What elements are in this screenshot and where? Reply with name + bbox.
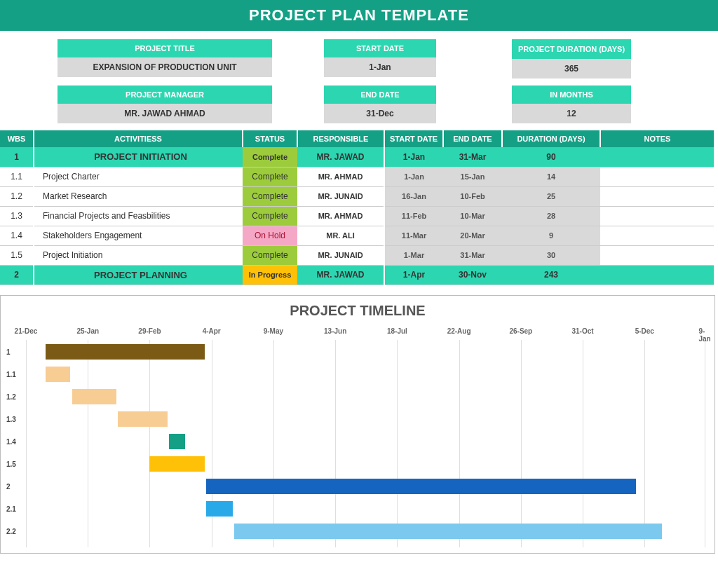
cell-status: Complete (243, 245, 297, 265)
timeline-title: PROJECT TIMELINE (2, 303, 713, 319)
cell-duration: 90 (502, 147, 600, 167)
timeline-bar (46, 344, 205, 360)
cell-responsible: MR. AHMAD (297, 167, 384, 186)
timeline-bar (118, 411, 168, 427)
timeline-gridline (644, 340, 645, 547)
cell-start: 1-Apr (384, 265, 443, 285)
page-title: PROJECT PLAN TEMPLATE (0, 0, 718, 31)
label-duration-days: PROJECT DURATION (DAYS) (512, 39, 631, 59)
value-project-manager: MR. JAWAD AHMAD (57, 104, 272, 123)
timeline-date-tick: 9-May (264, 327, 283, 335)
timeline-bar (169, 434, 185, 449)
cell-duration: 28 (502, 206, 600, 226)
timeline-gridline (273, 340, 274, 547)
timeline-date-tick: 21-Dec (15, 327, 38, 335)
timeline-gridline (521, 340, 522, 547)
value-project-title: EXPANSION OF PRODUCTION UNIT (57, 57, 272, 77)
cell-responsible: MR. JUNAID (297, 245, 384, 265)
value-in-months: 12 (512, 104, 631, 123)
cell-notes (600, 226, 714, 245)
timeline-row-label: 1.5 (6, 460, 16, 467)
cell-wbs: 1.5 (0, 245, 34, 265)
cell-end: 15-Jan (443, 167, 502, 186)
cell-responsible: MR. AHMAD (297, 206, 384, 226)
label-start-date: START DATE (324, 39, 436, 57)
cell-activity: Financial Projects and Feasbilities (34, 206, 243, 226)
cell-end: 31-Mar (443, 147, 502, 167)
cell-activity: PROJECT PLANNING (34, 265, 243, 285)
cell-wbs: 1.3 (0, 206, 34, 226)
timeline-row-label: 1.2 (6, 392, 16, 400)
table-row: 1.3Financial Projects and FeasbilitiesCo… (0, 206, 714, 226)
cell-end: 20-Mar (443, 226, 502, 245)
cell-end: 31-Mar (443, 245, 502, 265)
cell-activity: Market Research (34, 186, 243, 206)
timeline-bar (72, 389, 116, 404)
cell-notes (600, 186, 714, 206)
col-duration: DURATION (DAYS) (502, 130, 600, 147)
cell-status: Complete (243, 206, 297, 226)
cell-start: 1-Jan (384, 147, 443, 167)
timeline-gridline (459, 340, 460, 547)
timeline-bar (206, 479, 636, 494)
project-meta: PROJECT TITLE EXPANSION OF PRODUCTION UN… (0, 31, 718, 123)
cell-status: Complete (243, 147, 297, 167)
table-row: 1.1Project CharterCompleteMR. AHMAD1-Jan… (0, 167, 714, 186)
cell-duration: 14 (502, 167, 600, 186)
cell-responsible: MR. JUNAID (297, 186, 384, 206)
label-in-months: IN MONTHS (512, 86, 631, 104)
activities-table: WBS ACTIVITIESS STATUS RESPONSIBLE START… (0, 130, 714, 285)
cell-notes (600, 245, 714, 265)
timeline-date-tick: 13-Jun (324, 327, 346, 335)
cell-activity: Project Charter (34, 167, 243, 186)
timeline-row-label: 1 (6, 348, 11, 355)
cell-start: 16-Jan (384, 186, 443, 206)
cell-start: 1-Jan (384, 167, 443, 186)
cell-duration: 9 (502, 226, 600, 245)
table-row: 1PROJECT INITIATIONCompleteMR. JAWAD1-Ja… (0, 147, 714, 167)
cell-wbs: 1.2 (0, 186, 34, 206)
timeline-bar (46, 367, 70, 382)
cell-notes (600, 206, 714, 226)
timeline-gridline (397, 340, 398, 547)
cell-duration: 25 (502, 186, 600, 206)
timeline-date-tick: 22-Aug (447, 327, 471, 335)
cell-notes (600, 167, 714, 186)
timeline-bar (149, 456, 204, 472)
cell-wbs: 1.4 (0, 226, 34, 245)
cell-status: In Progress (243, 265, 297, 285)
col-end-date: END DATE (443, 130, 502, 147)
value-end-date: 31-Dec (324, 104, 436, 123)
label-end-date: END DATE (324, 86, 436, 104)
timeline-date-tick: 25-Jan (76, 327, 99, 335)
cell-responsible: MR. JAWAD (297, 265, 384, 285)
cell-wbs: 2 (0, 265, 34, 285)
col-wbs: WBS (0, 130, 34, 147)
cell-start: 1-Mar (384, 245, 443, 265)
timeline-row-label: 2 (6, 482, 11, 490)
timeline-date-tick: 31-Oct (572, 327, 594, 335)
col-status: STATUS (243, 130, 297, 147)
table-row: 1.5Project InitiationCompleteMR. JUNAID1… (0, 245, 714, 265)
col-start-date: START DATE (384, 130, 443, 147)
cell-duration: 30 (502, 245, 600, 265)
table-row: 1.2Market ResearchCompleteMR. JUNAID16-J… (0, 186, 714, 206)
timeline-gridline (26, 340, 27, 547)
cell-notes (600, 147, 714, 167)
timeline-gridline (88, 340, 88, 547)
label-project-title: PROJECT TITLE (57, 39, 272, 57)
cell-end: 30-Nov (443, 265, 502, 285)
cell-activity: Stakeholders Engagement (34, 226, 243, 245)
col-notes: NOTES (600, 130, 714, 147)
timeline-bar (206, 501, 233, 517)
cell-activity: Project Initiation (34, 245, 243, 265)
timeline-gridline (705, 340, 705, 547)
cell-end: 10-Mar (443, 206, 502, 226)
col-responsible: RESPONSIBLE (297, 130, 384, 147)
timeline-gridline (583, 340, 583, 547)
cell-responsible: MR. JAWAD (297, 147, 384, 167)
cell-status: On Hold (243, 226, 297, 245)
cell-start: 11-Feb (384, 206, 443, 226)
timeline-gridline (335, 340, 336, 547)
table-row: 1.4Stakeholders EngagementOn HoldMR. ALI… (0, 226, 714, 245)
